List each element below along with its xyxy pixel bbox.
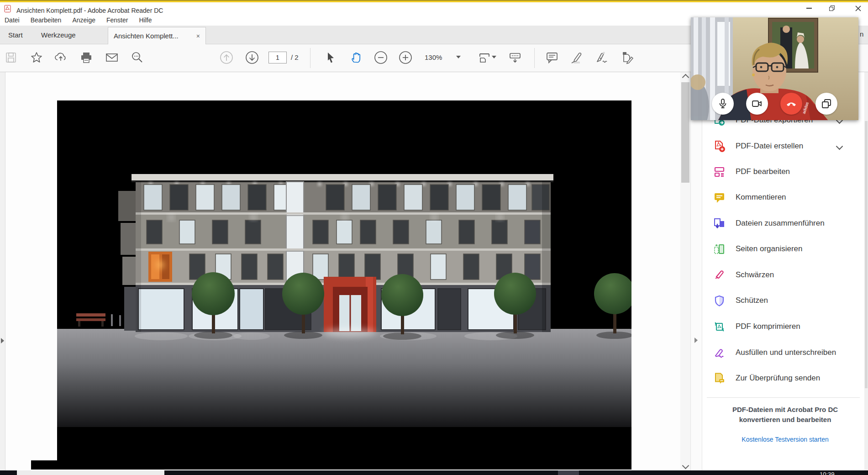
compress-pdf-icon — [713, 321, 726, 333]
zoom-in-button[interactable] — [398, 50, 413, 65]
fill-sign-document-button[interactable] — [620, 50, 635, 65]
zoom-dropdown-caret-icon[interactable] — [456, 56, 461, 58]
taskbar-clock: 10:39 — [820, 471, 835, 475]
scrollbar-thumb[interactable] — [681, 82, 689, 183]
minimize-button[interactable] — [799, 2, 819, 14]
edit-pdf-icon — [713, 166, 726, 178]
panel-divider — [707, 397, 860, 398]
page-number-input[interactable] — [268, 52, 287, 63]
pdf-page-1[interactable] — [57, 100, 631, 470]
scroll-down-button[interactable] — [680, 461, 690, 470]
microphone-icon — [717, 98, 728, 109]
menu-anzeige[interactable]: Anzeige — [72, 16, 95, 24]
tab-werkzeuge[interactable]: Werkzeuge — [37, 26, 80, 44]
building-night-rendering — [57, 100, 631, 470]
screen-share-button[interactable] — [815, 93, 837, 115]
scroll-down-icon — [682, 462, 689, 469]
fit-width-icon — [478, 51, 491, 64]
hang-up-button[interactable] — [780, 93, 802, 115]
comment-bubble-icon — [713, 191, 726, 204]
entrance-portal — [323, 277, 376, 337]
star-icon — [30, 51, 43, 64]
tool-edit-pdf[interactable]: PDF bearbeiten — [713, 163, 864, 181]
tool-protect[interactable]: Schützen — [713, 291, 864, 310]
print-button[interactable] — [79, 50, 94, 65]
tab-document-active[interactable]: Ansichten Komplett... × — [108, 27, 206, 44]
search-button[interactable] — [129, 50, 145, 65]
toolbar-separator — [310, 48, 310, 68]
tool-redact[interactable]: Schwärzen — [713, 266, 864, 284]
create-pdf-icon — [713, 140, 726, 153]
pdf-page-2-edge[interactable] — [31, 460, 631, 470]
chevron-down-icon[interactable] — [836, 142, 843, 150]
zoom-out-icon — [374, 50, 388, 65]
close-button[interactable] — [848, 2, 868, 14]
cloud-upload-button[interactable] — [53, 50, 68, 65]
tools-pane-toggle-icon[interactable] — [694, 338, 698, 343]
menu-datei[interactable]: Datei — [5, 16, 20, 24]
zoom-out-button[interactable] — [373, 50, 389, 65]
document-tab-label: Ansichten Komplett... — [114, 32, 179, 40]
select-tool-button[interactable] — [323, 50, 338, 65]
scroll-up-icon — [682, 74, 689, 81]
mute-microphone-button[interactable] — [712, 93, 734, 115]
hand-tool-button[interactable] — [348, 50, 364, 65]
comment-tool-button[interactable] — [544, 50, 560, 65]
toolbar-mode-button[interactable] — [507, 50, 523, 65]
page-up-icon — [219, 50, 234, 65]
camera-icon — [751, 98, 763, 110]
minimize-icon — [806, 8, 812, 9]
tab-close-icon[interactable]: × — [196, 32, 200, 40]
previous-page-button[interactable] — [219, 50, 234, 65]
next-page-button[interactable] — [244, 50, 260, 65]
star-button[interactable] — [29, 50, 44, 65]
email-button[interactable] — [104, 50, 120, 65]
select-cursor-icon — [325, 52, 337, 63]
menu-hilfe[interactable]: Hilfe — [139, 16, 152, 24]
tool-organize-pages[interactable]: Seiten organisieren — [713, 240, 864, 258]
tab-start[interactable]: Start — [5, 26, 26, 44]
toolbar-separator — [534, 48, 535, 68]
fill-sign-icon — [713, 347, 726, 359]
send-review-icon — [713, 372, 726, 385]
menu-bearbeiten[interactable]: Bearbeiten — [31, 16, 62, 24]
highlighter-icon — [570, 51, 584, 64]
comment-icon — [545, 51, 559, 64]
windows-taskbar[interactable]: 10:39 — [0, 470, 868, 475]
page-down-icon — [245, 50, 259, 65]
tool-fill-sign[interactable]: Ausfüllen und unterschreiben — [713, 343, 864, 362]
taskbar-app-segment[interactable] — [17, 470, 164, 475]
hand-tool-icon — [350, 51, 363, 64]
tool-comment[interactable]: Kommentieren — [713, 188, 864, 206]
protect-shield-icon — [713, 295, 726, 307]
zoom-level-value[interactable]: 130% — [425, 53, 442, 61]
tool-combine-files[interactable]: Dateien zusammenführen — [713, 214, 864, 232]
panel-scrollbar-thumb[interactable] — [865, 121, 868, 388]
tool-send-review[interactable]: Zur Überprüfung senden — [713, 369, 864, 387]
page-count-label: / 2 — [291, 53, 299, 61]
highlight-tool-button[interactable] — [569, 50, 584, 65]
restore-button[interactable] — [822, 2, 842, 14]
search-icon — [130, 51, 144, 64]
video-call-overlay[interactable]: adidas — [691, 17, 858, 120]
sign-tool-button[interactable] — [594, 50, 610, 65]
nav-pane-toggle-icon[interactable] — [1, 338, 4, 343]
save-button[interactable] — [3, 50, 19, 65]
free-trial-link[interactable]: Kostenlose Testversion starten — [702, 436, 868, 443]
menu-fenster[interactable]: Fenster — [106, 16, 128, 24]
document-scrollbar[interactable] — [680, 72, 690, 470]
tool-compress-pdf[interactable]: PDF komprimieren — [713, 317, 864, 336]
cloud-upload-icon — [54, 51, 68, 64]
fit-width-caret-icon[interactable] — [492, 56, 496, 58]
fit-width-button[interactable] — [477, 50, 492, 65]
sign-in-link-fragment[interactable]: n — [860, 30, 863, 38]
scroll-up-button[interactable] — [680, 73, 690, 81]
tool-create-pdf[interactable]: PDF-Datei erstellen — [713, 137, 864, 155]
zoom-in-icon — [398, 50, 413, 65]
orange-lit-room — [148, 252, 172, 282]
taskbar-app-segment[interactable] — [558, 470, 579, 475]
combine-files-icon — [713, 217, 726, 230]
tools-panel: PDF-Datei exportieren PDF-Datei erstelle… — [702, 72, 868, 470]
camera-toggle-button[interactable] — [746, 93, 768, 115]
email-icon — [105, 51, 119, 64]
